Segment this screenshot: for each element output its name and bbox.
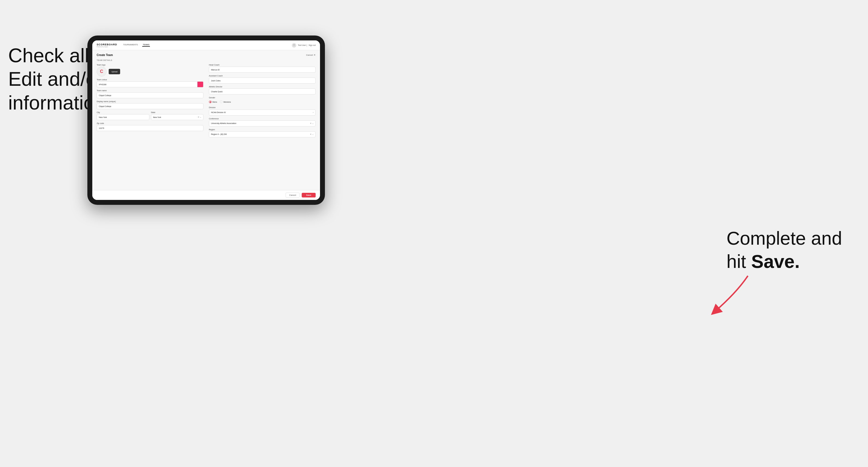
form-grid: Team logo C Upload Team colour <box>97 64 316 137</box>
main-content: Create Team Cancel ✕ TEAM DETAILS Team l… <box>92 50 320 190</box>
nav-right: T Test User | Sign out <box>292 43 316 48</box>
conference-group: Conference University Athletic Associati… <box>209 118 316 126</box>
state-value: New York <box>153 116 161 118</box>
athletic-dir-input[interactable] <box>209 89 316 94</box>
annotation-right: Complete and hit Save. <box>726 227 842 273</box>
page-title: Create Team <box>97 54 113 57</box>
page-header: Create Team Cancel ✕ <box>97 54 316 57</box>
form-col-left: Team logo C Upload Team colour <box>97 64 204 137</box>
display-name-label: Display name (unique) <box>97 100 204 102</box>
annotation-right-line1: Complete and <box>726 228 842 249</box>
tablet-frame: SCOREBOARD Powered by clippd TOURNAMENTS… <box>87 35 325 205</box>
gender-womens[interactable]: Womens <box>220 100 231 103</box>
cancel-label: Cancel <box>306 54 313 56</box>
zip-label: Zip code <box>97 122 204 124</box>
gender-radio-group: Mens Womens <box>209 99 316 104</box>
team-logo-group: Team logo C Upload <box>97 64 204 76</box>
city-label: City <box>97 112 149 113</box>
region-value: Region II - (M) DIII <box>211 133 227 135</box>
display-name-group: Display name (unique) <box>97 100 204 109</box>
color-swatch[interactable] <box>197 82 204 87</box>
cancel-header[interactable]: Cancel ✕ <box>306 54 316 56</box>
conference-clear-icon[interactable]: ✕ <box>310 122 312 125</box>
annotation-right-line2-normal: hit <box>726 251 751 272</box>
nav-signout[interactable]: Sign out <box>309 44 316 46</box>
brand-sub: Powered by clippd <box>97 46 117 48</box>
gender-mens-radio[interactable] <box>209 100 212 103</box>
annotation-right-line2-bold: Save. <box>751 251 800 272</box>
division-group: Division NCAA Division III ⌄ <box>209 106 316 116</box>
region-group: Region Region II - (M) DIII ✕ ⌄ <box>209 129 316 137</box>
head-coach-group: Head Coach <box>209 64 316 73</box>
logo-circle: C <box>97 67 106 76</box>
brand-name: SCOREBOARD <box>97 43 117 46</box>
city-state-group: City State New York ✕ ⌄ <box>97 112 204 120</box>
conference-label: Conference <box>209 118 316 120</box>
division-select[interactable]: NCAA Division III <box>209 110 316 116</box>
state-select[interactable]: New York ✕ ⌄ <box>151 114 204 120</box>
gender-womens-label: Womens <box>223 101 231 103</box>
user-avatar: T <box>292 43 296 48</box>
team-name-group: Team name <box>97 90 204 98</box>
upload-button[interactable]: Upload <box>109 69 120 74</box>
team-name-input[interactable] <box>97 92 204 98</box>
city-state-row: City State New York ✕ ⌄ <box>97 112 204 120</box>
color-text-input[interactable] <box>97 82 197 87</box>
cancel-button[interactable]: Cancel <box>286 192 300 198</box>
cancel-x-icon: ✕ <box>314 54 316 56</box>
nav-teams[interactable]: TEAMS <box>142 44 150 47</box>
asst-coach-label: Assistant Coach <box>209 75 316 77</box>
form-col-right: Head Coach Assistant Coach Athletic Dire… <box>209 64 316 137</box>
region-arrow-icon: ⌄ <box>312 133 314 135</box>
conference-select[interactable]: University Athletic Association ✕ ⌄ <box>209 120 316 126</box>
asst-coach-input[interactable] <box>209 77 316 84</box>
nav-username: Test User | <box>298 44 307 46</box>
gender-group: Gender Mens Womens <box>209 97 316 104</box>
athletic-dir-group: Athletic Director <box>209 86 316 94</box>
gender-label: Gender <box>209 97 316 99</box>
color-input-row <box>97 82 204 87</box>
navbar: SCOREBOARD Powered by clippd TOURNAMENTS… <box>92 40 320 50</box>
zip-group: Zip code <box>97 122 204 131</box>
gender-mens[interactable]: Mens <box>209 100 217 103</box>
gender-mens-label: Mens <box>212 101 217 103</box>
state-clear-icon[interactable]: ✕ <box>198 116 199 118</box>
region-select[interactable]: Region II - (M) DIII ✕ ⌄ <box>209 131 316 137</box>
head-coach-input[interactable] <box>209 67 316 73</box>
logo-area: C Upload <box>97 67 204 76</box>
state-label: State <box>151 112 204 113</box>
state-group: State New York ✕ ⌄ <box>151 112 204 120</box>
asst-coach-group: Assistant Coach <box>209 75 316 84</box>
zip-input[interactable] <box>97 125 204 131</box>
save-button[interactable]: Save <box>302 193 316 197</box>
gender-womens-radio[interactable] <box>220 100 222 103</box>
athletic-dir-label: Athletic Director <box>209 86 316 88</box>
arrow-right <box>682 270 759 319</box>
head-coach-label: Head Coach <box>209 64 316 66</box>
conference-arrow-icon: ⌄ <box>312 122 314 125</box>
region-clear-icon[interactable]: ✕ <box>310 133 312 135</box>
division-label: Division <box>209 106 316 108</box>
tablet-screen: SCOREBOARD Powered by clippd TOURNAMENTS… <box>92 40 320 200</box>
brand-logo: SCOREBOARD Powered by clippd <box>97 43 117 48</box>
section-label: TEAM DETAILS <box>97 59 316 61</box>
state-arrow-icon: ⌄ <box>200 116 202 118</box>
form-footer: Cancel Save <box>92 190 320 200</box>
city-input[interactable] <box>97 114 149 120</box>
nav-tournaments[interactable]: TOURNAMENTS <box>123 44 138 47</box>
display-name-input[interactable] <box>97 103 204 109</box>
team-colour-label: Team colour <box>97 79 204 81</box>
nav-links: TOURNAMENTS TEAMS <box>123 44 292 47</box>
city-group: City <box>97 112 149 120</box>
division-select-wrapper: NCAA Division III ⌄ <box>209 109 316 116</box>
region-label: Region <box>209 129 316 130</box>
team-name-label: Team name <box>97 90 204 92</box>
team-colour-group: Team colour <box>97 79 204 87</box>
conference-value: University Athletic Association <box>211 122 237 124</box>
team-logo-label: Team logo <box>97 64 204 66</box>
